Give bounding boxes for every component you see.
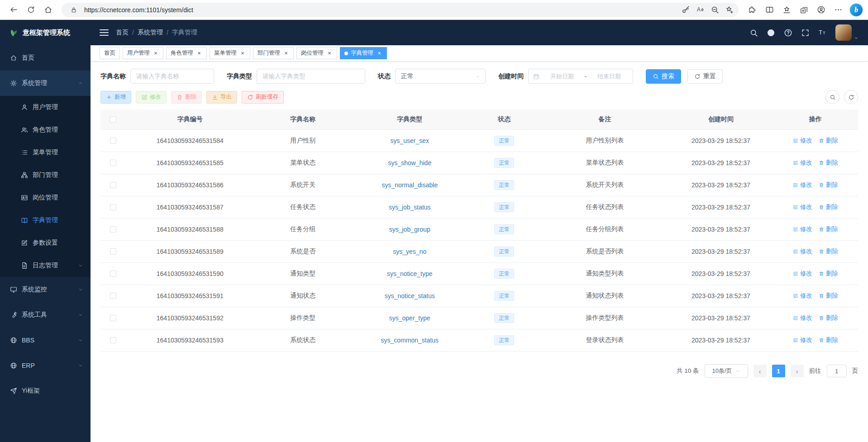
dict-type-input[interactable] xyxy=(257,69,365,84)
tab[interactable]: 用户管理 xyxy=(123,47,163,59)
prev-page-button[interactable] xyxy=(754,365,767,377)
more-icon[interactable] xyxy=(830,2,846,18)
fullscreen-icon[interactable] xyxy=(797,25,813,40)
row-edit-link[interactable]: 修改 xyxy=(793,292,812,300)
row-delete-link[interactable]: 删除 xyxy=(819,203,838,211)
row-checkbox[interactable] xyxy=(110,248,116,255)
tab-close-icon[interactable] xyxy=(283,50,289,57)
sidebar-item[interactable]: 部门管理 xyxy=(0,164,91,186)
next-page-button[interactable] xyxy=(791,365,804,377)
url-text[interactable]: https://ccnetcore.com:1101/system/dict xyxy=(84,6,193,14)
tab-close-icon[interactable] xyxy=(376,50,382,57)
tab-close-icon[interactable] xyxy=(196,50,202,57)
zoom-out-icon[interactable] xyxy=(708,4,721,16)
sidebar-item[interactable]: 参数设置 xyxy=(0,232,91,254)
tab[interactable]: 字典管理 xyxy=(340,47,387,59)
sidebar-item[interactable]: 岗位管理 xyxy=(0,186,91,209)
row-edit-link[interactable]: 修改 xyxy=(793,159,812,167)
home-icon[interactable] xyxy=(40,2,56,18)
sidebar-item[interactable]: BBS xyxy=(0,328,91,353)
tab[interactable]: 部门管理 xyxy=(253,47,294,59)
goto-page-input[interactable] xyxy=(827,365,847,377)
date-range-picker[interactable]: 开始日期 - 结束日期 xyxy=(528,69,633,84)
dict-type-link[interactable]: sys_normal_disable xyxy=(382,181,438,189)
sidebar-item[interactable]: 系统工具 xyxy=(0,302,91,328)
row-delete-link[interactable]: 删除 xyxy=(819,159,838,167)
user-avatar[interactable] xyxy=(835,24,852,41)
dict-name-input[interactable] xyxy=(130,69,214,84)
tab[interactable]: 角色管理 xyxy=(166,47,207,59)
add-button[interactable]: 新增 xyxy=(100,91,131,104)
favorites-bar-icon[interactable] xyxy=(778,2,795,18)
address-bar[interactable]: https://ccnetcore.com:1101/system/dict xyxy=(62,3,739,17)
profile-icon[interactable] xyxy=(813,2,829,18)
dict-type-link[interactable]: sys_common_status xyxy=(381,337,439,344)
sidebar-item[interactable]: 字典管理 xyxy=(0,209,91,232)
export-button[interactable]: 导出 xyxy=(206,91,237,104)
row-edit-link[interactable]: 修改 xyxy=(793,314,812,322)
sidebar-item[interactable]: Yi框架 xyxy=(0,378,91,404)
tab[interactable]: 岗位管理 xyxy=(296,47,337,59)
bing-icon[interactable]: b xyxy=(850,4,863,16)
refresh-icon[interactable] xyxy=(23,2,39,18)
dict-type-link[interactable]: sys_notice_status xyxy=(385,292,435,299)
row-delete-link[interactable]: 删除 xyxy=(819,270,838,278)
page-number[interactable]: 1 xyxy=(772,365,785,377)
row-edit-link[interactable]: 修改 xyxy=(793,247,812,256)
row-edit-link[interactable]: 修改 xyxy=(793,181,812,189)
row-edit-link[interactable]: 修改 xyxy=(793,225,812,233)
user-menu[interactable] xyxy=(835,24,859,41)
row-delete-link[interactable]: 删除 xyxy=(819,247,838,256)
row-edit-link[interactable]: 修改 xyxy=(793,270,812,278)
sidebar-item[interactable]: 首页 xyxy=(0,45,91,71)
sidebar-item[interactable]: 系统管理 xyxy=(0,71,91,96)
dict-type-link[interactable]: sys_notice_type xyxy=(387,270,432,277)
tab-close-icon[interactable] xyxy=(239,50,246,57)
search-icon[interactable] xyxy=(746,25,761,40)
sidebar-item[interactable]: 角色管理 xyxy=(0,119,91,141)
row-delete-link[interactable]: 删除 xyxy=(819,292,838,300)
row-edit-link[interactable]: 修改 xyxy=(793,137,812,145)
row-delete-link[interactable]: 删除 xyxy=(819,314,838,322)
split-screen-icon[interactable] xyxy=(761,2,777,18)
tab[interactable]: 菜单管理 xyxy=(210,47,250,59)
dict-type-link[interactable]: sys_oper_type xyxy=(389,314,430,322)
refresh-cache-button[interactable]: 刷新缓存 xyxy=(242,91,284,104)
tab[interactable]: 首页 xyxy=(100,47,120,59)
dict-type-link[interactable]: sys_job_status xyxy=(389,204,431,211)
favorite-add-icon[interactable] xyxy=(722,4,736,16)
row-edit-link[interactable]: 修改 xyxy=(793,203,812,211)
github-icon[interactable] xyxy=(763,25,778,40)
tab-close-icon[interactable] xyxy=(326,50,333,57)
row-edit-link[interactable]: 修改 xyxy=(793,336,812,344)
key-icon[interactable] xyxy=(679,4,692,16)
question-icon[interactable] xyxy=(780,25,796,40)
collections-icon[interactable] xyxy=(796,2,812,18)
page-size-select[interactable]: 10条/页 xyxy=(705,364,748,378)
row-checkbox[interactable] xyxy=(110,226,116,233)
sidebar-item[interactable]: 用户管理 xyxy=(0,96,91,119)
delete-button[interactable]: 删除 xyxy=(171,91,202,104)
row-checkbox[interactable] xyxy=(110,160,116,166)
extensions-icon[interactable] xyxy=(744,2,760,18)
collapse-menu-icon[interactable] xyxy=(100,29,109,36)
row-delete-link[interactable]: 删除 xyxy=(819,137,838,145)
dict-type-link[interactable]: sys_job_group xyxy=(389,226,430,233)
back-icon[interactable] xyxy=(5,2,22,18)
row-checkbox[interactable] xyxy=(110,337,116,343)
sidebar-item[interactable]: ERP xyxy=(0,353,91,378)
toggle-search-button[interactable] xyxy=(825,90,839,104)
font-size-icon[interactable] xyxy=(815,25,830,40)
row-delete-link[interactable]: 删除 xyxy=(819,225,838,233)
row-checkbox[interactable] xyxy=(110,271,116,277)
app-logo[interactable]: 意框架管理系统 xyxy=(0,20,91,45)
row-checkbox[interactable] xyxy=(110,204,116,210)
row-checkbox[interactable] xyxy=(110,138,116,144)
row-checkbox[interactable] xyxy=(110,182,116,188)
select-all-checkbox[interactable] xyxy=(110,116,116,123)
dict-type-link[interactable]: sys_yes_no xyxy=(393,248,426,255)
breadcrumb-item-system[interactable]: 系统管理 xyxy=(138,29,163,37)
search-button[interactable]: 搜索 xyxy=(646,69,681,84)
sidebar-item[interactable]: 菜单管理 xyxy=(0,141,91,164)
tab-close-icon[interactable] xyxy=(153,50,159,57)
